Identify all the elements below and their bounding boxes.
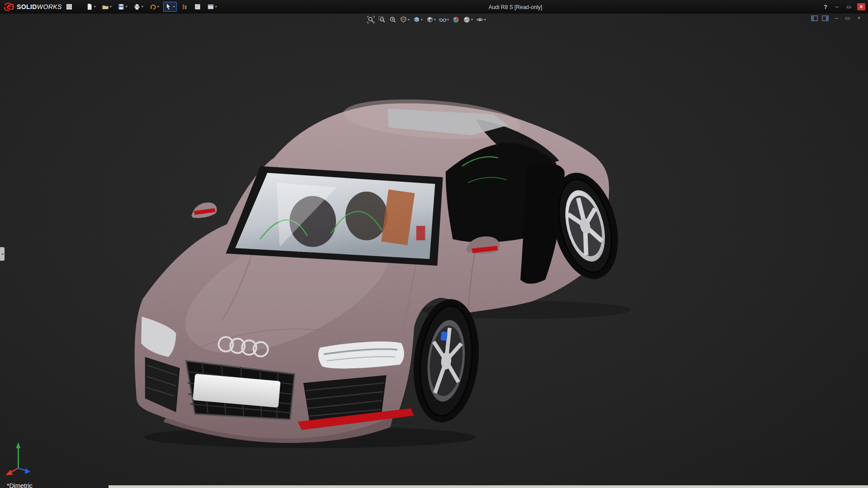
dropdown-arrow-icon[interactable]: ▾ [142,5,143,9]
zoom-area-icon [378,16,386,23]
xpress-icon [181,3,188,10]
section-view-button[interactable]: ▾ [399,15,410,24]
file-properties-button[interactable] [192,2,203,12]
dropdown-arrow-icon[interactable]: ▾ [434,18,436,22]
options-button[interactable]: ▾ [205,2,219,12]
dropdown-arrow-icon[interactable]: ▾ [94,5,96,9]
window-title: Audi R8 S [Read-only] [489,4,542,10]
doc-close-button[interactable]: × [855,15,863,21]
orientation-triad [5,442,30,475]
feature-manager-collapse-tab[interactable]: ◂ [0,247,5,261]
edit-appearance-button[interactable] [451,15,461,24]
print-icon [133,3,141,10]
maximize-button[interactable]: ▭ [845,3,853,10]
new-file-icon [86,3,93,10]
minimize-button[interactable]: – [833,3,841,10]
heads-up-toolbar: ▾ ▾ ▾ ▾ [366,15,487,24]
dropdown-arrow-icon[interactable]: ▾ [471,18,473,22]
solidworks-logo-icon [4,3,14,11]
solidworks-menu-icon[interactable] [66,4,72,10]
document-window-controls: – ▭ × [811,15,863,21]
display-style-button[interactable]: ▾ [425,15,437,24]
undo-icon [149,3,156,10]
open-button[interactable]: ▾ [100,2,113,12]
previous-view-icon [389,16,396,23]
car-windshield[interactable] [226,166,443,266]
view-orientation-button[interactable]: ▾ [412,15,424,24]
pane-left-icon[interactable] [811,15,818,21]
main-toolbar: ▾ ▾ ▾ ▾ [84,2,219,12]
card-icon [207,3,214,10]
scene-sphere-icon [463,16,471,23]
dropdown-arrow-icon[interactable]: ▾ [408,18,410,22]
save-button[interactable]: ▾ [116,2,129,12]
zoom-to-area-button[interactable] [377,15,387,24]
new-button[interactable]: ▾ [84,2,98,12]
collapse-arrow-icon: ◂ [1,252,3,256]
dropdown-arrow-icon[interactable]: ▾ [126,5,127,9]
glasses-icon [439,16,447,23]
view-orientation-cube-icon [413,16,420,23]
dropdown-arrow-icon[interactable]: ▾ [484,18,486,22]
previous-view-button[interactable] [388,15,397,24]
app-name: SOLIDWORKS [17,3,62,10]
app-brand[interactable]: SOLIDWORKS [0,3,72,11]
close-button[interactable]: × [857,3,865,10]
open-folder-icon [102,3,109,10]
eye-icon [476,16,484,23]
title-bar: SOLIDWORKS ▾ ▾ ▾ [0,0,868,14]
zoom-to-fit-button[interactable] [366,15,376,24]
graphics-viewport[interactable]: ▾ ▾ ▾ ▾ [0,14,868,488]
horizontal-scrollbar[interactable] [108,485,868,488]
display-style-icon [426,16,434,23]
solidworks-window: { "window": { "brand_bold": "SOLID", "br… [0,0,868,488]
brake-caliper [440,331,447,341]
dropdown-arrow-icon[interactable]: ▾ [110,5,112,9]
dropdown-arrow-icon[interactable]: ▾ [157,5,159,9]
dropdown-arrow-icon[interactable]: ▾ [421,18,423,22]
help-button[interactable]: ? [822,4,829,10]
doc-minimize-button[interactable]: – [833,15,840,21]
sheet-icon [194,3,201,10]
dropdown-arrow-icon[interactable]: ▾ [215,5,217,9]
window-controls: ? – ▭ × [822,0,865,14]
view-orientation-label: *Dimetric [7,482,33,488]
undo-button[interactable]: ▾ [147,2,161,12]
doc-restore-button[interactable]: ▭ [844,15,851,21]
xpress-products-button[interactable] [179,2,190,12]
save-icon [118,3,125,10]
section-view-icon [400,16,407,23]
hide-show-items-button[interactable]: ▾ [438,15,450,24]
appearance-sphere-icon [452,16,460,23]
view-settings-button[interactable]: ▾ [475,15,487,24]
zoom-fit-icon [367,16,375,23]
select-cursor-icon [165,3,172,10]
apply-scene-button[interactable]: ▾ [462,15,474,24]
car-canvas[interactable] [0,14,868,488]
select-button[interactable]: ▾ [163,2,177,12]
left-mirror[interactable] [192,202,217,218]
pane-right-icon[interactable] [822,15,829,21]
dropdown-arrow-icon[interactable]: ▾ [447,18,449,22]
print-button[interactable]: ▾ [132,2,145,12]
dropdown-arrow-icon[interactable]: ▾ [173,5,175,9]
